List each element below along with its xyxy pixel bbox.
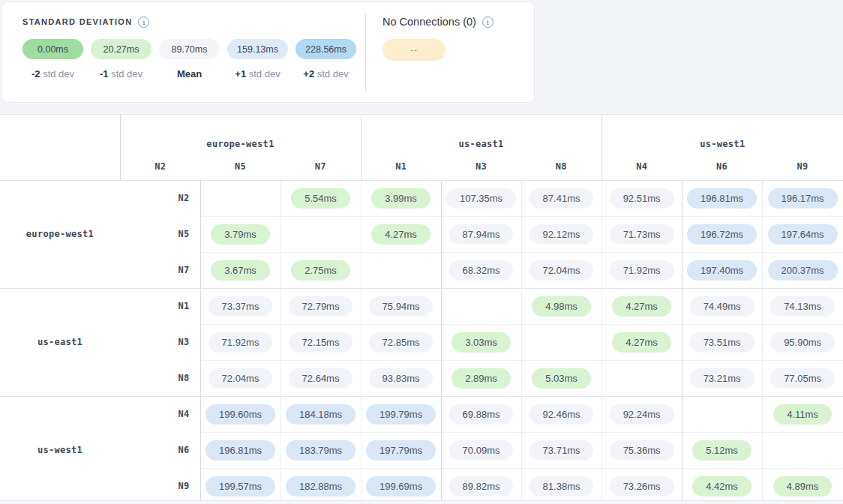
column-region-header: us-east1	[361, 115, 602, 154]
latency-pill[interactable]: 199.60ms	[206, 404, 275, 424]
matrix-cell: 73.26ms	[602, 468, 682, 501]
latency-pill[interactable]: 68.32ms	[449, 260, 514, 280]
no-connections-legend: No Connections (0) i --	[366, 2, 534, 102]
latency-pill[interactable]: 3.79ms	[211, 224, 270, 244]
latency-pill[interactable]: 70.09ms	[449, 440, 514, 460]
legend-stop-pill: 89.70ms	[159, 39, 220, 59]
latency-pill[interactable]: 4.98ms	[532, 296, 591, 316]
latency-pill[interactable]: 183.79ms	[286, 440, 356, 460]
latency-pill[interactable]: 71.92ms	[208, 332, 273, 352]
latency-pill[interactable]: 184.18ms	[286, 404, 356, 424]
latency-pill[interactable]: 87.94ms	[449, 224, 514, 244]
matrix-cell-self	[441, 288, 521, 324]
matrix-cell: 199.69ms	[361, 468, 441, 501]
latency-pill[interactable]: 72.64ms	[289, 368, 353, 388]
latency-pill[interactable]: 3.67ms	[211, 260, 270, 280]
info-icon[interactable]: i	[138, 16, 149, 28]
matrix-cell: 72.85ms	[361, 324, 441, 360]
column-node-header: N6	[682, 154, 762, 180]
latency-pill[interactable]: 4.27ms	[612, 296, 671, 316]
latency-pill[interactable]: 72.15ms	[289, 332, 353, 352]
latency-pill[interactable]: 196.72ms	[687, 224, 757, 244]
matrix-cell: 197.79ms	[361, 432, 441, 468]
matrix-cell: 196.17ms	[762, 180, 843, 216]
latency-pill[interactable]: 197.40ms	[687, 260, 757, 280]
matrix-corner-cell	[0, 115, 120, 180]
matrix-cell-self	[762, 432, 843, 468]
latency-pill[interactable]: 4.89ms	[773, 476, 832, 496]
latency-pill[interactable]: 92.12ms	[530, 224, 594, 244]
latency-pill[interactable]: 73.37ms	[208, 296, 273, 316]
legend-pills: 0.00ms20.27ms89.70ms159.13ms228.56ms	[22, 39, 364, 59]
latency-pill[interactable]: 74.49ms	[690, 296, 754, 316]
latency-pill[interactable]: 2.89ms	[452, 368, 511, 388]
matrix-cell: 68.32ms	[441, 252, 521, 288]
matrix-cell: 93.83ms	[361, 360, 441, 396]
latency-pill[interactable]: 4.27ms	[612, 332, 671, 352]
latency-pill[interactable]: 73.21ms	[690, 368, 754, 388]
latency-pill[interactable]: 71.73ms	[610, 224, 674, 244]
latency-pill[interactable]: 3.03ms	[452, 332, 511, 352]
latency-pill[interactable]: 73.51ms	[690, 332, 754, 352]
column-region-header: europe-west1	[120, 115, 361, 154]
latency-pill[interactable]: 93.83ms	[369, 368, 434, 388]
matrix-cell: 92.12ms	[521, 216, 602, 252]
latency-pill[interactable]: 5.12ms	[692, 440, 752, 460]
latency-pill[interactable]: 199.69ms	[366, 476, 436, 496]
latency-pill[interactable]: 74.13ms	[770, 296, 835, 316]
latency-pill[interactable]: 69.88ms	[449, 404, 514, 424]
latency-pill[interactable]: 72.04ms	[208, 368, 273, 388]
latency-pill[interactable]: 72.79ms	[289, 296, 353, 316]
latency-pill[interactable]: 89.82ms	[449, 476, 514, 496]
latency-pill[interactable]: 199.79ms	[366, 404, 436, 424]
matrix-cell: 87.41ms	[521, 180, 602, 216]
latency-pill[interactable]: 200.37ms	[768, 260, 838, 280]
latency-matrix-table: europe-west1us-east1us-west1N2N5N7N1N3N8…	[0, 115, 843, 501]
latency-pill[interactable]: 5.03ms	[532, 368, 591, 388]
latency-pill[interactable]: 92.46ms	[530, 404, 594, 424]
latency-pill[interactable]: 75.94ms	[369, 296, 434, 316]
latency-pill[interactable]: 72.85ms	[369, 332, 434, 352]
latency-pill[interactable]: 4.42ms	[692, 476, 752, 496]
latency-pill[interactable]: 4.27ms	[371, 224, 430, 244]
matrix-cell: 3.99ms	[361, 180, 441, 216]
latency-pill[interactable]: 4.11ms	[773, 404, 832, 424]
latency-pill[interactable]: 196.17ms	[768, 188, 838, 208]
row-node-header: N5	[120, 216, 200, 252]
row-region-header: europe-west1	[0, 180, 120, 288]
legend-stop-pill: 0.00ms	[22, 39, 83, 59]
latency-pill[interactable]: 77.05ms	[770, 368, 835, 388]
latency-pill[interactable]: 196.81ms	[206, 440, 275, 460]
latency-pill[interactable]: 197.64ms	[768, 224, 838, 244]
latency-pill[interactable]: 107.35ms	[446, 188, 516, 208]
latency-pill[interactable]: 92.51ms	[610, 188, 674, 208]
matrix-cell: 75.94ms	[361, 288, 441, 324]
latency-pill[interactable]: 196.81ms	[687, 188, 757, 208]
latency-pill[interactable]: 71.92ms	[610, 260, 674, 280]
latency-pill[interactable]: 182.88ms	[286, 476, 356, 496]
latency-pill[interactable]: 73.26ms	[610, 476, 674, 496]
latency-pill[interactable]: 81.38ms	[530, 476, 594, 496]
column-node-header: N3	[441, 154, 521, 180]
matrix-row: europe-west1N25.54ms3.99ms107.35ms87.41m…	[0, 180, 843, 216]
latency-pill[interactable]: 2.75ms	[291, 260, 350, 280]
legend-stop-pill: 20.27ms	[91, 39, 152, 59]
matrix-cell: 199.60ms	[200, 396, 280, 432]
latency-pill[interactable]: 199.57ms	[206, 476, 275, 496]
info-icon[interactable]: i	[482, 16, 494, 28]
matrix-cell: 4.27ms	[602, 324, 682, 360]
latency-pill[interactable]: 3.99ms	[371, 188, 430, 208]
latency-pill[interactable]: 95.90ms	[770, 332, 835, 352]
matrix-cell: 75.36ms	[602, 432, 682, 468]
column-node-header: N4	[602, 154, 682, 180]
matrix-cell-self	[361, 252, 441, 288]
latency-pill[interactable]: 73.71ms	[530, 440, 594, 460]
latency-pill[interactable]: 72.04ms	[530, 260, 594, 280]
matrix-cell: 89.82ms	[441, 468, 521, 501]
latency-pill[interactable]: 75.36ms	[610, 440, 674, 460]
latency-pill[interactable]: 5.54ms	[291, 188, 350, 208]
legend-stop-pill: 228.56ms	[296, 39, 356, 59]
latency-pill[interactable]: 197.79ms	[366, 440, 436, 460]
latency-pill[interactable]: 87.41ms	[530, 188, 594, 208]
latency-pill[interactable]: 92.24ms	[610, 404, 674, 424]
